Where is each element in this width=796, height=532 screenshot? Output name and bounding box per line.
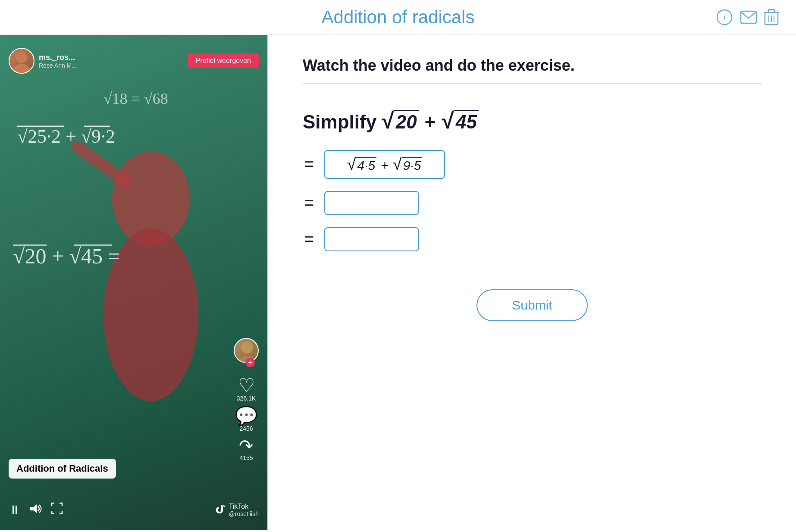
main-content: √25·2 + √9·2 √18 = √68 √20 + √45 =	[0, 35, 796, 530]
svg-point-21	[241, 341, 253, 354]
heart-icon: ♡	[238, 376, 255, 395]
equation-row-3: =	[303, 227, 762, 251]
comments-count: 2456	[239, 425, 253, 432]
info-button[interactable]: i	[716, 9, 733, 26]
avatar	[9, 48, 34, 74]
profile-name: ms._ros...	[39, 53, 188, 62]
svg-text:√18 = √68: √18 = √68	[103, 90, 168, 107]
trash-button[interactable]	[764, 9, 779, 26]
simplify-label: Simplify	[303, 111, 376, 133]
sqrt-4-5: √4·5	[347, 156, 377, 173]
side-actions: + ♡ 326.1K 💬 2456 ↷ 4155	[234, 338, 259, 461]
header: Addition of radicals i	[0, 0, 796, 35]
share-icon: ↷	[239, 437, 254, 454]
step1-expression: √4·5 + √9·5	[324, 150, 445, 179]
video-title-bar: Addition of Radicals	[9, 459, 116, 479]
eq-sign-1: =	[303, 155, 316, 174]
plus-sign: +	[425, 111, 436, 133]
page-title: Addition of radicals	[322, 7, 475, 28]
fullscreen-button[interactable]	[51, 502, 63, 517]
pause-button[interactable]: ⏸	[9, 503, 21, 517]
equation-row-1: = √4·5 + √9·5	[303, 150, 762, 179]
submit-area: Submit	[303, 289, 762, 321]
equation-row-2: =	[303, 191, 762, 215]
profile-bar: ms._ros... Rose Ann M... Profiel weergev…	[9, 48, 259, 74]
sqrt-45: √45	[442, 110, 479, 133]
video-controls: ⏸	[9, 502, 259, 517]
exercise-panel: Watch the video and do the exercise. Sim…	[268, 35, 796, 530]
exercise-instruction: Watch the video and do the exercise.	[303, 56, 762, 84]
shares-count: 4155	[239, 454, 253, 461]
eq-sign-2: =	[303, 194, 316, 213]
step2-input[interactable]	[324, 191, 419, 215]
svg-text:i: i	[723, 12, 726, 22]
step3-input[interactable]	[324, 227, 419, 251]
email-button[interactable]	[740, 10, 757, 24]
video-panel: √25·2 + √9·2 √18 = √68 √20 + √45 =	[0, 35, 267, 530]
plus-2: +	[381, 158, 389, 173]
problem-expression: √20 + √45	[382, 110, 479, 133]
svg-rect-5	[768, 9, 774, 13]
tiktok-handle: @rosetliish	[229, 510, 259, 517]
tiktok-label: TikTok	[229, 503, 249, 510]
svg-marker-23	[30, 504, 37, 513]
svg-text:√20 + √45 =: √20 + √45 =	[13, 244, 120, 268]
submit-button[interactable]: Submit	[476, 289, 587, 321]
follow-action[interactable]: +	[234, 338, 259, 367]
tiktok-logo: TikTok @rosetliish	[214, 503, 259, 517]
svg-text:√25·2 + √9·2: √25·2 + √9·2	[17, 126, 115, 147]
add-follow-icon: +	[245, 358, 255, 367]
exercise-body: Simplify √20 + √45 =	[303, 110, 762, 263]
problem-statement: Simplify √20 + √45	[303, 110, 762, 133]
playback-controls: ⏸	[9, 502, 63, 517]
volume-button[interactable]	[29, 503, 42, 517]
chalkboard-svg: √25·2 + √9·2 √18 = √68 √20 + √45 =	[0, 35, 267, 530]
share-action[interactable]: ↷ 4155	[239, 437, 254, 461]
profile-subname: Rose Ann M...	[39, 62, 188, 69]
svg-rect-2	[741, 11, 756, 23]
sqrt-9-5: √9·5	[393, 156, 423, 173]
profile-view-button[interactable]: Profiel weergeven	[188, 53, 259, 68]
video-title: Addition of Radicals	[16, 463, 108, 474]
comment-icon: 💬	[235, 407, 257, 425]
svg-point-19	[16, 52, 27, 63]
svg-point-20	[13, 64, 30, 74]
profile-info: ms._ros... Rose Ann M...	[39, 53, 188, 69]
likes-count: 326.1K	[237, 395, 256, 402]
comments-action[interactable]: 💬 2456	[235, 407, 257, 432]
sqrt-20: √20	[382, 110, 419, 133]
eq-sign-3: =	[303, 230, 316, 249]
likes-action[interactable]: ♡ 326.1K	[237, 376, 256, 402]
header-actions: i	[716, 9, 779, 26]
svg-line-10	[78, 147, 125, 182]
